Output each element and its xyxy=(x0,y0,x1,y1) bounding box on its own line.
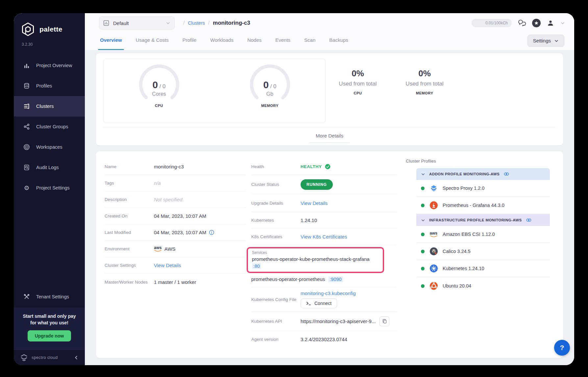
profile-layer-row[interactable]: Spectro Proxy 1.2.0 xyxy=(416,180,550,197)
tab-events[interactable]: Events xyxy=(275,33,290,50)
tab-nodes[interactable]: Nodes xyxy=(247,33,261,50)
status-dot xyxy=(421,284,425,288)
usage-quota-pill: 0.01/100kCh xyxy=(472,19,512,27)
memory-used-value: 0 xyxy=(263,79,269,90)
sidebar-item-clusters[interactable]: Clusters xyxy=(14,96,85,116)
profile-layer-row[interactable]: Calico 3.24.5 xyxy=(416,243,550,260)
upgrade-view-details-link[interactable]: View Details xyxy=(301,200,328,206)
footer-brand: spectro cloud xyxy=(32,355,58,360)
chevron-down-icon xyxy=(166,21,170,25)
info-icon[interactable] xyxy=(209,230,214,235)
profile-layer-row[interactable]: Ubuntu 20.04 xyxy=(416,277,550,294)
project-selector-value: Default xyxy=(113,20,129,26)
detail-row-nodes: Master/Worker Nodes 1 master / 1 worker xyxy=(105,274,246,290)
topbar: Default / Clusters / monitoring-c3 0.01/… xyxy=(85,13,574,33)
user-menu-chevron-icon[interactable] xyxy=(560,21,565,25)
tab-usage-costs[interactable]: Usage & Costs xyxy=(136,33,169,50)
help-button[interactable]: ? xyxy=(554,340,570,356)
terminal-icon xyxy=(306,301,311,306)
chevron-down-icon xyxy=(554,38,559,43)
user-icon[interactable] xyxy=(547,19,554,27)
nodes-value: 1 master / 1 worker xyxy=(154,279,196,285)
description-value: Not specified. xyxy=(154,197,184,202)
detail-row-agent-version: Agent version 3.2.4/20230223.0744 xyxy=(251,331,397,347)
breadcrumb-clusters-link[interactable]: Clusters xyxy=(188,20,205,26)
service-port-link[interactable]: :9090 xyxy=(328,276,343,282)
cpu-usage-percent: 0% xyxy=(325,68,391,79)
kubernetes-version-value: 1.24.10 xyxy=(301,217,317,223)
memory-gauge: 0 / 0 Gb MEMORY xyxy=(232,59,308,123)
layers-icon xyxy=(23,83,30,89)
detail-row-kubernetes: Kubernetes 1.24.10 xyxy=(251,212,397,229)
cpu-total-value: 0 xyxy=(162,83,165,89)
kubeconfig-link[interactable]: monitoring-c3.kubeconfig xyxy=(301,290,356,296)
project-selector[interactable]: Default xyxy=(99,16,175,30)
profile-layer-name: Spectro Proxy 1.2.0 xyxy=(443,186,484,191)
memory-total-value: 0 xyxy=(273,83,276,89)
card-divider xyxy=(103,127,556,127)
cpu-gauge: 0 / 0 Cores CPU xyxy=(121,59,197,123)
chevron-down-icon xyxy=(421,172,425,176)
sidebar-item-audit-logs[interactable]: Audit Logs xyxy=(14,157,85,178)
upgrade-promo: Start small and only pay for what you us… xyxy=(14,308,85,349)
status-dot xyxy=(421,233,425,236)
copy-icon[interactable] xyxy=(380,316,389,326)
spectro-proxy-icon xyxy=(429,184,438,193)
detail-row-upgrade-details: Upgrade Details View Details xyxy=(251,194,397,212)
profile-layer-row[interactable]: aws Amazon EBS CSI 1.12.0 xyxy=(416,226,550,243)
last-modified-value: 04 Mar, 2023, 10:07 AM xyxy=(154,230,206,235)
upgrade-now-button[interactable]: Upgrade now xyxy=(28,330,71,341)
sidebar-item-label: Project Overview xyxy=(36,63,72,68)
tab-profile[interactable]: Profile xyxy=(183,33,197,50)
sidebar-item-project-settings[interactable]: ⚙ Project Settings xyxy=(14,178,85,198)
app-version: 3.2.30 xyxy=(14,37,85,47)
sidebar-item-label: Tenant Settings xyxy=(36,294,69,299)
status-dot xyxy=(421,250,425,253)
sidebar-item-profiles[interactable]: Profiles xyxy=(14,76,85,96)
usage-overview-card: 0 / 0 Cores CPU xyxy=(96,53,563,145)
sidebar-item-label: Profiles xyxy=(36,83,52,88)
tab-overview[interactable]: Overview xyxy=(100,33,122,50)
kubernetes-api-value: https://monitoring-c3-apiserver-9... xyxy=(301,318,377,324)
prometheus-icon xyxy=(429,201,438,210)
memory-gauge-caption: MEMORY xyxy=(261,104,279,108)
profile-layer-name: Ubuntu 20.04 xyxy=(443,283,471,289)
profile-layer-row[interactable]: Kubernetes 1.24.10 xyxy=(416,260,550,277)
sidebar-item-label: Cluster Groups xyxy=(36,124,68,129)
audit-log-icon xyxy=(23,164,30,171)
memory-usage-percent: 0% xyxy=(392,68,457,79)
sidebar-item-tenant-settings[interactable]: Tenant Settings xyxy=(14,287,85,307)
tab-backups[interactable]: Backups xyxy=(329,33,348,50)
content: 0 / 0 Cores CPU xyxy=(85,50,574,365)
tab-scan[interactable]: Scan xyxy=(304,33,315,50)
services-label: Services xyxy=(252,250,379,255)
cluster-profiles-title: Cluster Profiles xyxy=(406,159,551,163)
sidebar-item-workspaces[interactable]: Workspaces xyxy=(14,137,85,157)
service-port-link[interactable]: :80 xyxy=(252,263,261,269)
breadcrumb-separator: / xyxy=(208,20,209,26)
link-icon xyxy=(526,218,532,222)
infrastructure-profile-header[interactable]: INFRASTRUCTURE PROFILE MONITORING-AWS xyxy=(416,214,550,226)
detail-row-kubeconfig: Kubernetes Config File monitoring-c3.kub… xyxy=(251,287,397,312)
chat-icon[interactable] xyxy=(518,19,526,27)
profile-layer-row[interactable]: Prometheus - Grafana 44.3.0 xyxy=(416,197,550,214)
service-name: prometheus-operator-prometheus xyxy=(251,276,325,282)
sidebar-item-label: Audit Logs xyxy=(36,165,59,170)
addon-profile-header[interactable]: ADDON PROFILE MONITORING-AWS xyxy=(416,168,550,180)
tab-workloads[interactable]: Workloads xyxy=(210,33,233,50)
brand-name: palette xyxy=(39,25,62,33)
more-details-button[interactable]: More Details xyxy=(309,131,350,143)
view-k8s-certificates-link[interactable]: View K8s Certificates xyxy=(301,234,347,239)
service-row: prometheus-operator-prometheus :9090 xyxy=(251,273,397,286)
cluster-details-card: Name monitoring-c3 Tags n/a Description … xyxy=(96,151,563,358)
cluster-profiles-panel: Cluster Profiles ADDON PROFILE MONITORIN… xyxy=(406,159,551,294)
connect-button[interactable]: Connect xyxy=(301,298,337,308)
check-circle-icon xyxy=(325,163,331,170)
collapse-sidebar-icon[interactable] xyxy=(74,355,79,360)
sidebar-item-cluster-groups[interactable]: Cluster Groups xyxy=(14,116,85,137)
sidebar-item-project-overview[interactable]: Project Overview xyxy=(14,55,85,76)
cluster-settings-view-details-link[interactable]: View Details xyxy=(154,263,181,268)
app-window: palette 3.2.30 Project Overview Profiles xyxy=(14,13,574,365)
settings-button[interactable]: Settings xyxy=(527,35,564,47)
whats-new-star-icon[interactable] xyxy=(532,19,541,27)
